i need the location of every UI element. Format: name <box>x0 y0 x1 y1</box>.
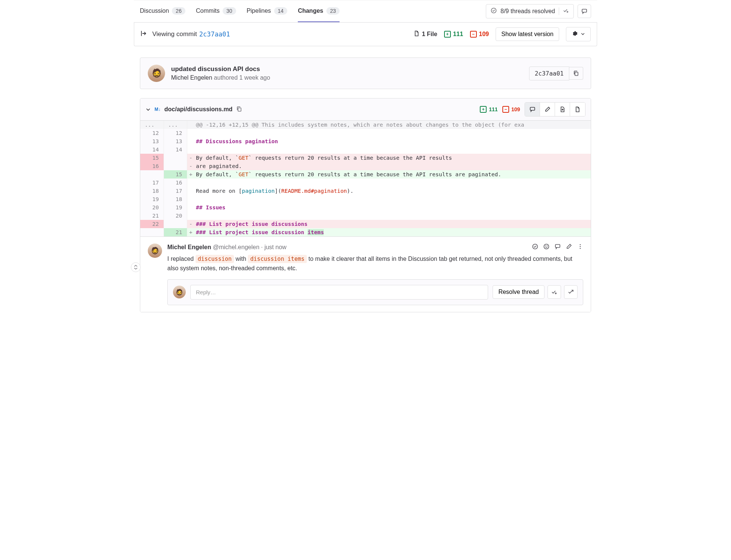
diff-line[interactable]: 1918 <box>140 195 591 203</box>
tab-discussion[interactable]: Discussion 26 <box>140 0 185 22</box>
diff-line[interactable]: 22-### List project issue discussions <box>140 220 591 228</box>
diff-line[interactable]: 2120 <box>140 212 591 220</box>
svg-rect-4 <box>530 107 535 110</box>
hunk-text: @@ -12,16 +12,15 @@ This includes system… <box>194 121 591 129</box>
commit-sha[interactable]: 2c37aa01 <box>529 67 569 80</box>
added-count: 111 <box>453 31 463 38</box>
new-line-number <box>164 162 187 170</box>
hunk-header-row[interactable]: ......@@ -12,16 +12,15 @@ This includes … <box>140 121 591 129</box>
threads-resolved-text: 8/9 threads resolved <box>500 8 555 15</box>
diff-code <box>194 212 591 220</box>
next-discussion-icon[interactable] <box>578 5 591 18</box>
tab-changes[interactable]: Changes 23 <box>298 0 340 22</box>
diff-code: By default, `GET` requests return 20 res… <box>194 170 591 179</box>
svg-point-10 <box>580 244 581 245</box>
diff-settings-button[interactable] <box>566 27 591 41</box>
diff-sign <box>187 145 194 154</box>
diff-line[interactable]: 15-By default, `GET` requests return 20 … <box>140 154 591 162</box>
copy-path-icon[interactable] <box>236 106 242 113</box>
old-line-number: 13 <box>140 137 164 145</box>
edit-file-button[interactable] <box>540 103 555 116</box>
code-pill: discussion <box>196 255 234 263</box>
resolve-check-icon[interactable] <box>532 244 538 251</box>
tab-count-badge: 26 <box>172 7 185 15</box>
diff-sign <box>187 195 194 203</box>
resolve-new-discussion-icon[interactable] <box>547 285 561 299</box>
avatar[interactable]: 🧔 <box>148 244 162 258</box>
chevron-down-icon <box>581 31 585 38</box>
file-lines-removed: − 109 <box>502 106 520 113</box>
files-changed-count: 1 File <box>414 30 437 38</box>
diff-sign: - <box>187 220 194 228</box>
old-line-number: 18 <box>140 187 164 195</box>
new-line-number: 16 <box>164 179 187 187</box>
diff-sign: - <box>187 162 194 170</box>
comment-text: I replaced discussion with discussion it… <box>167 254 583 273</box>
diff-line[interactable]: 1212 <box>140 129 591 137</box>
new-line-number: 14 <box>164 145 187 154</box>
svg-point-11 <box>580 246 581 247</box>
reply-icon[interactable] <box>555 244 561 251</box>
diff-sign <box>187 129 194 137</box>
author-handle[interactable]: @michel.engelen <box>213 244 259 250</box>
plus-box-icon: + <box>444 31 451 38</box>
diff-table: ......@@ -12,16 +12,15 @@ This includes … <box>140 121 591 236</box>
author-name[interactable]: Michel Engelen <box>167 244 211 250</box>
emoji-icon[interactable] <box>543 244 549 251</box>
threads-resolved-pill: 8/9 threads resolved <box>486 4 574 18</box>
file-added-count: 111 <box>489 106 497 112</box>
old-line-number: 20 <box>140 203 164 212</box>
edit-icon[interactable] <box>566 244 572 251</box>
svg-rect-2 <box>575 72 578 76</box>
file-tree-toggle-icon[interactable] <box>140 30 147 39</box>
show-latest-version-button[interactable]: Show latest version <box>496 27 559 41</box>
diff-line[interactable]: 21+### List project issue discussion ite… <box>140 228 591 236</box>
resolve-open-issue-icon[interactable] <box>564 285 578 299</box>
diff-code: ## Issues <box>194 203 591 212</box>
copy-sha-button[interactable] <box>569 67 583 80</box>
reply-input[interactable]: Reply… <box>190 285 488 300</box>
tab-commits[interactable]: Commits 30 <box>196 0 236 22</box>
svg-rect-9 <box>555 245 560 248</box>
discussion-mode-button[interactable] <box>525 103 540 116</box>
viewing-sha-link[interactable]: 2c37aa01 <box>199 30 230 38</box>
tab-pipelines[interactable]: Pipelines 14 <box>247 0 288 22</box>
diff-line[interactable]: 1817Read more on [pagination](README.md#… <box>140 187 591 195</box>
old-line-number <box>140 228 164 236</box>
commit-title[interactable]: updated discussion API docs <box>171 65 270 73</box>
old-line-number: 21 <box>140 212 164 220</box>
collapse-file-widget[interactable] <box>131 262 141 272</box>
minus-box-icon: − <box>502 106 509 113</box>
new-line-number: 21 <box>164 228 187 236</box>
svg-point-6 <box>544 244 549 249</box>
diff-line[interactable]: 16-are paginated. <box>140 162 591 170</box>
commit-card: 🧔 updated discussion API docs Michel Eng… <box>140 58 591 89</box>
diff-sign <box>187 179 194 187</box>
diff-line[interactable]: 1414 <box>140 145 591 154</box>
old-line-number: 12 <box>140 129 164 137</box>
download-file-button[interactable] <box>555 103 570 116</box>
resolve-thread-button[interactable]: Resolve thread <box>493 285 544 299</box>
diff-line[interactable]: 1716 <box>140 179 591 187</box>
diff-line[interactable]: 1313## Discussions pagination <box>140 137 591 145</box>
more-icon[interactable] <box>577 244 583 251</box>
view-file-button[interactable] <box>570 103 585 116</box>
avatar[interactable]: 🧔 <box>173 286 186 298</box>
code-pill: discussion items <box>248 255 307 263</box>
avatar[interactable]: 🧔 <box>148 65 165 82</box>
diff-line[interactable]: 2019## Issues <box>140 203 591 212</box>
diff-line[interactable]: 15+By default, `GET` requests return 20 … <box>140 170 591 179</box>
tab-label: Commits <box>196 8 220 14</box>
removed-count: 109 <box>479 31 489 38</box>
chevron-down-icon[interactable] <box>146 107 151 112</box>
lines-added: + 111 <box>444 31 463 38</box>
tab-label: Discussion <box>140 8 169 14</box>
file-path[interactable]: doc/api/discussions.md <box>164 106 232 113</box>
svg-point-8 <box>547 246 547 246</box>
tab-label: Changes <box>298 8 323 14</box>
tabs-row: Discussion 26 Commits 30 Pipelines 14 Ch… <box>134 0 597 23</box>
check-plus-icon[interactable] <box>563 8 569 15</box>
file-header: M↓ doc/api/discussions.md + 111 − 109 <box>140 98 591 121</box>
commit-author[interactable]: Michel Engelen <box>171 74 212 81</box>
new-line-number: 12 <box>164 129 187 137</box>
